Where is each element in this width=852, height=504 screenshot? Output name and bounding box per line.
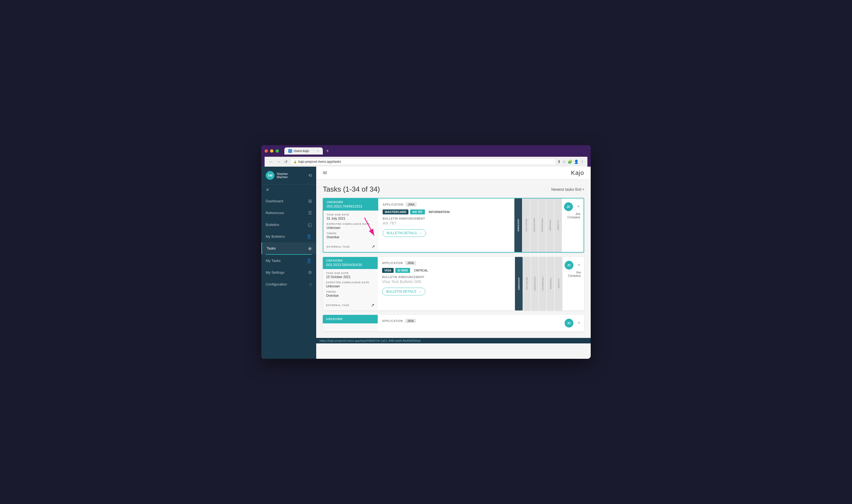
dashboard-icon: ⊞ [308,198,312,204]
application-label: APPLICATION [383,203,403,206]
sidebar-item-tasks[interactable]: Tasks ◉ [261,242,316,254]
pipeline-stage-closed: CLOSED [554,198,562,252]
task-tags: MASTERCARD AN 787 INFORMATION [383,210,508,214]
pipeline-stage-finished: FINISHED [547,257,555,310]
external-link-icon[interactable]: ↗ [371,303,375,308]
url-text: kajo-preprod.rivero.app/tasks [298,160,341,164]
task-left-panel: UNKNOWN [323,315,378,331]
forward-button[interactable]: → [276,159,282,164]
sidebar-item-bulletins[interactable]: Bulletins ◱ [261,219,316,231]
menu-icon[interactable]: ⋮ [580,160,584,164]
task-status-label: UNKNOWN [327,201,375,204]
pipeline-stage-rejected: REJECTED [523,257,530,310]
tab-close-button[interactable]: × [317,150,319,152]
pipeline-stage-rejected: REJECTED [522,198,530,252]
sidebar-item-references[interactable]: References ☰ [261,207,316,219]
task-pipeline: ASSIGNED REJECTED DISCOVERY PROGRESS FIN… [512,198,564,252]
tag-information: INFORMATION [427,210,452,214]
external-task-label: EXTERNAL TASK [326,304,349,307]
assignee-section: JC ⚑ Jira Company [565,257,584,310]
tab-label: rivero-kajo [294,149,309,153]
sidebar-item-label: My Settings [266,270,284,274]
lock-icon: 🔒 [293,160,297,163]
tag-mastercard: MASTERCARD [383,210,409,214]
new-tab-button[interactable]: + [324,148,331,154]
timing-value: Overdue [326,294,375,298]
flag-icon[interactable]: ⚑ [577,263,581,267]
external-task-row: EXTERNAL TASK ↗ [323,242,378,252]
sort-selector[interactable]: Newest tasks first ▾ [551,187,584,192]
browser-chrome: rivero-kajo × + ← → ↺ 🔒 kajo-preprod.riv… [261,145,591,167]
task-meta: TASK DUE DATE 31 July 2021 EXPECTED COMP… [323,211,378,242]
task-app-row: APPLICATION JIRA [382,319,560,323]
assignee-row: JC ⚑ [565,319,581,327]
address-bar[interactable]: 🔒 kajo-preprod.rivero.app/tasks [290,158,556,165]
flag-icon[interactable]: ⚑ [577,204,580,209]
sidebar-item-dashboard[interactable]: Dashboard ⊞ [261,195,316,207]
expected-compliance-label: EXPECTED COMPLIANCE DATE [326,281,375,284]
configuration-icon: ⌂ [309,282,312,287]
sidebar-item-label: Configuration [266,282,287,286]
tasks-header: Tasks (1-34 of 34) Newest tasks first ▾ [316,180,591,198]
task-right-panel: APPLICATION JIRA [378,315,565,331]
sidebar-item-label: References [266,211,284,215]
external-task-label: EXTERNAL TASK [327,246,350,248]
bulletin-details-button[interactable]: BULLETIN DETAILS → [383,229,426,237]
mail-icon[interactable]: ✉ [323,170,327,176]
logout-button[interactable]: ⟲ [308,173,312,178]
bulletin-details-button[interactable]: BULLETIN DETAILS → [382,288,425,295]
browser-tab[interactable]: rivero-kajo × [284,147,323,155]
task-status-bar: UNKNOWN [323,315,378,323]
user-info: SW Stephan Wachter [266,171,288,180]
expected-compliance-value: Unknown [327,226,375,230]
tag-ai9005: AI 9005 [395,268,410,273]
task-left-panel: UNKNOWN 003.2023.5904430439 TASK DUE DAT… [323,257,378,310]
user-name: Stephan Wachter [277,172,288,179]
flag-icon[interactable]: ⚑ [577,321,581,325]
task-right-section: APPLICATION JIRA MASTERCARD AN 787 INFOR… [378,198,583,252]
assignee-avatar: JC [564,202,573,211]
pipeline-stage-finished: FINISHED [546,198,554,252]
tab-favicon [288,149,292,153]
bulletin-label: BULLETIN ANNOUNCEMENT [383,217,508,220]
assignee-row: JC ⚑ [565,261,581,270]
timing-value: Overdue [327,235,375,239]
sidebar-item-label: Dashboard [266,199,283,203]
share-icon[interactable]: ⬆ [558,160,561,164]
extension-icon[interactable]: 🧩 [568,160,572,164]
status-bar: https://kajo-preprod.rivero.app/task/56b… [316,338,591,343]
sidebar-item-my-settings[interactable]: My Settings ⚙ [261,267,316,278]
bookmark-icon[interactable]: ☆ [562,160,566,164]
sidebar-close-button[interactable]: ✕ [261,184,316,195]
task-right-panel: APPLICATION JIRA MASTERCARD AN 787 INFOR… [378,198,512,252]
application-badge: JIRA [405,261,416,265]
assignee-section: JC ⚑ Jira Company [564,198,583,252]
maximize-button[interactable] [276,149,279,152]
my-bulletins-icon: 👤 [306,234,312,239]
bulletin-label: BULLETIN ANNOUNCEMENT [382,276,508,278]
application-badge: JIRA [405,319,416,323]
assignee-name: Jira Company [567,212,580,219]
profile-icon[interactable]: 👤 [574,160,579,164]
external-task-row: EXTERNAL TASK ↗ [323,300,378,310]
sidebar-item-my-tasks[interactable]: My Tasks 👤 [261,255,316,267]
close-button[interactable] [265,149,268,152]
minimize-button[interactable] [270,149,273,152]
sidebar-nav: Dashboard ⊞ References ☰ Bulletins ◱ My … [261,195,316,359]
task-id: 003.2023.7849912531 [327,204,375,208]
tab-bar: rivero-kajo × + [284,147,331,155]
browser-actions: ⬆ ☆ 🧩 👤 ⋮ [558,160,584,164]
sidebar-item-my-bulletins[interactable]: My Bulletins 👤 [261,231,316,242]
sidebar-item-configuration[interactable]: Configuration ⌂ [261,278,316,290]
task-app-row: APPLICATION JIRA [383,202,508,207]
sort-label: Newest tasks first [551,187,581,192]
sidebar-item-label: Bulletins [266,223,279,227]
application-label: APPLICATION [382,320,403,323]
back-button[interactable]: ← [268,159,274,164]
external-link-icon[interactable]: ↗ [371,244,375,249]
task-card: UNKNOWN 003.2023.7849912531 TASK DUE DAT… [323,198,584,253]
sidebar: SW Stephan Wachter ⟲ ✕ Dashboard ⊞ Refer… [261,167,316,359]
tasks-title: Tasks (1-34 of 34) [323,185,380,194]
refresh-button[interactable]: ↺ [283,159,289,164]
task-due-date: 31 July 2021 [327,217,375,220]
